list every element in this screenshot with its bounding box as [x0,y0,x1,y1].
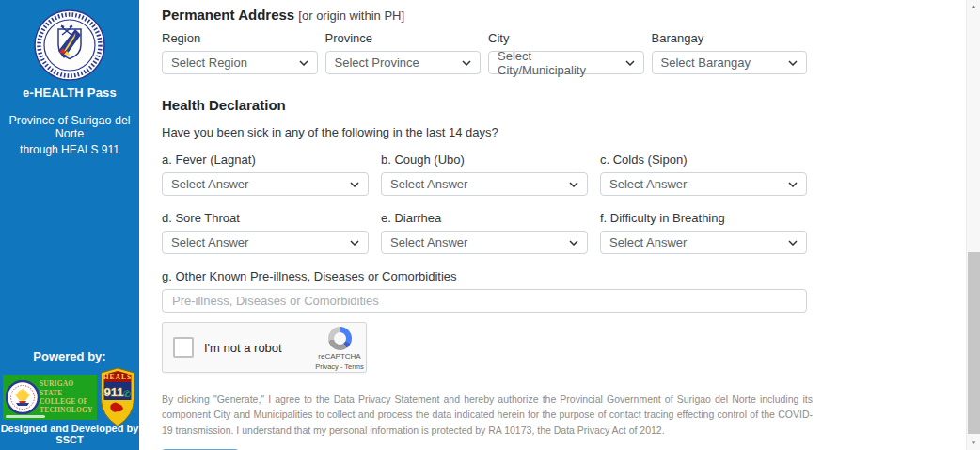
sore-throat-label: d. Sore Throat [162,211,369,225]
health-declaration-question: Have you been sick in any of the followi… [162,125,966,139]
scrollbar-thumb[interactable] [968,252,980,434]
symptom-selects-row-1: Select Answer Select Answer Select Answe… [162,172,807,196]
region-select[interactable]: Select Region [162,51,318,74]
breathing-select[interactable]: Select Answer [600,231,807,254]
other-illness-label: g. Other Known Pre-illness, Diseases or … [162,269,966,283]
provincial-seal-icon [33,8,106,82]
province-select[interactable]: Select Province [325,51,482,74]
chevron-down-icon [788,240,798,246]
address-selects-row: Select Region Select Province Select Cit… [162,51,807,74]
cough-label: b. Cough (Ubo) [381,153,588,167]
colds-select-value: Select Answer [609,177,687,191]
scroll-down-arrow-icon[interactable]: ▼ [967,436,980,450]
recaptcha-privacy-terms-links[interactable]: Privacy - Terms [315,362,364,371]
city-label: City [488,31,644,45]
recaptcha-checkbox[interactable] [173,337,194,358]
barangay-select-value: Select Barangay [661,56,751,70]
colds-select[interactable]: Select Answer [600,172,807,196]
other-illness-input[interactable] [162,289,807,313]
chevron-down-icon [569,240,578,246]
province-select-value: Select Province [335,56,419,70]
ssct-line2: COLLEGE OF [40,397,94,406]
ehealth-pass-page: e-HEALTH Pass Province of Surigao del No… [0,0,980,450]
breathing-select-value: Select Answer [609,235,687,249]
fever-select-value: Select Answer [171,177,248,191]
sore-throat-select[interactable]: Select Answer [162,231,369,254]
powered-by-label: Powered by: [0,349,139,363]
recaptcha-brand-text: reCAPTCHA [315,352,364,361]
ssct-seal-icon [6,380,40,414]
heals-911-shield-icon: HEALS 911 ✆ [100,367,135,427]
permanent-address-title-text: Permanent Address [162,7,294,23]
symptom-labels-row-1: a. Fever (Lagnat) b. Cough (Ubo) c. Cold… [162,153,807,172]
sidebar-footer-credit: Designed and Developed by SSCT [0,423,139,445]
privacy-disclaimer-text: By clicking "Generate," I agree to the D… [162,392,813,438]
barangay-label: Barangay [652,31,808,45]
province-label: Province [325,31,482,45]
symptom-selects-row-2: Select Answer Select Answer Select Answe… [162,231,807,254]
sidebar-province-text: Province of Surigao del Norte [0,114,139,140]
city-select[interactable]: Select City/Municipality [488,51,644,74]
ssct-logo: SURIGAO STATE COLLEGE OF TECHNOLOGY [3,375,97,420]
city-select-value: Select City/Municipality [498,49,620,77]
chevron-down-icon [788,60,798,66]
form-area: Permanent Address [or origin within PH] … [139,0,966,450]
recaptcha-icon [328,327,352,350]
permanent-address-title: Permanent Address [or origin within PH] [162,7,966,23]
chevron-down-icon [299,60,308,66]
ssct-line1: SURIGAO STATE [40,379,94,397]
chevron-down-icon [350,240,359,246]
region-label: Region [162,31,318,45]
sidebar: e-HEALTH Pass Province of Surigao del No… [0,0,139,450]
recaptcha-logo-column: reCAPTCHA Privacy - Terms [315,327,364,371]
fever-select[interactable]: Select Answer [162,172,369,196]
symptom-labels-row-2: d. Sore Throat e. Diarrhea f. Difficulty… [162,211,807,231]
ssct-logo-text: SURIGAO STATE COLLEGE OF TECHNOLOGY [40,379,94,415]
breathing-label: f. Difficulty in Breathing [600,211,807,225]
sore-throat-select-value: Select Answer [171,235,248,249]
chevron-down-icon [350,182,359,187]
permanent-address-subtitle: [or origin within PH] [298,8,404,23]
ssct-tagline-mark [6,415,45,418]
chevron-down-icon [569,182,578,187]
chevron-down-icon [625,60,635,66]
diarrhea-label: e. Diarrhea [381,211,588,225]
chevron-down-icon [788,182,798,187]
recaptcha-label: I'm not a robot [204,341,282,355]
scroll-up-arrow-icon[interactable]: ▲ [967,0,980,14]
diarrhea-select[interactable]: Select Answer [381,231,588,254]
svg-text:✆: ✆ [123,389,131,399]
barangay-select[interactable]: Select Barangay [652,51,808,74]
ssct-line3: TECHNOLOGY [40,406,94,414]
address-labels-row: Region Province City Barangay [162,31,807,51]
app-title: e-HEALTH Pass [0,86,139,100]
colds-label: c. Colds (Sipon) [600,153,807,167]
partner-logos: SURIGAO STATE COLLEGE OF TECHNOLOGY [3,367,136,427]
vertical-scrollbar[interactable]: ▲ ▼ [966,0,980,450]
health-declaration-title: Health Declaration [162,97,966,113]
recaptcha-widget: I'm not a robot reCAPTCHA Privacy - Term… [162,322,367,373]
heals-911-logo: HEALS 911 ✆ [100,367,135,427]
diarrhea-select-value: Select Answer [390,235,467,249]
svg-text:HEALS: HEALS [103,373,132,381]
cough-select[interactable]: Select Answer [381,172,588,196]
sidebar-heals-text: through HEALS 911 [0,143,139,156]
fever-label: a. Fever (Lagnat) [162,153,369,167]
svg-text:911: 911 [104,385,124,399]
region-select-value: Select Region [171,56,247,70]
cough-select-value: Select Answer [390,177,467,191]
provincial-seal-logo [33,8,106,82]
chevron-down-icon [462,60,471,66]
